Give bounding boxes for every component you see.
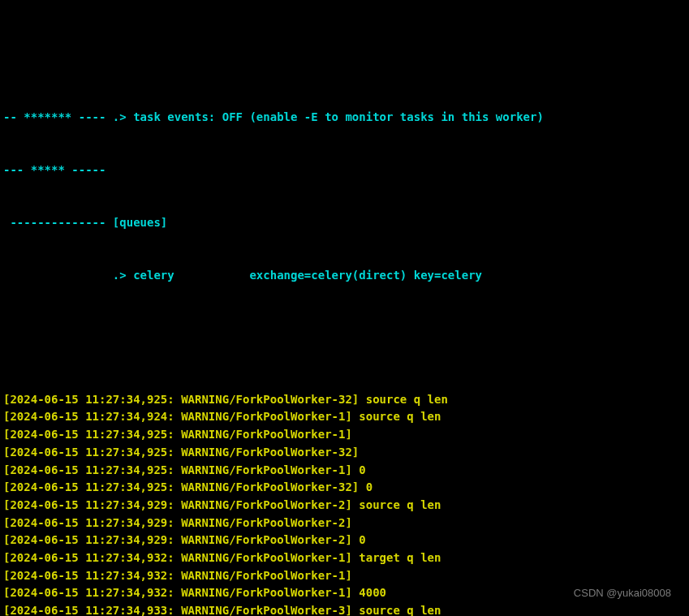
log-line: [2024-06-15 11:27:34,925: WARNING/ForkPo…	[3, 479, 686, 497]
log-line: [2024-06-15 11:27:34,925: WARNING/ForkPo…	[3, 426, 686, 444]
log-container: [2024-06-15 11:27:34,925: WARNING/ForkPo…	[3, 391, 686, 616]
celery-banner-line: --- ***** -----	[3, 162, 686, 179]
watermark: CSDN @yukai08008	[574, 585, 671, 601]
log-line: [2024-06-15 11:27:34,925: WARNING/ForkPo…	[3, 444, 686, 462]
log-line: [2024-06-15 11:27:34,932: WARNING/ForkPo…	[3, 567, 686, 585]
celery-banner-line: -- ******* ---- .> task events: OFF (ena…	[3, 109, 686, 127]
celery-banner-line: -------------- [queues]	[3, 214, 686, 232]
log-line: [2024-06-15 11:27:34,929: WARNING/ForkPo…	[3, 497, 686, 515]
log-line: [2024-06-15 11:27:34,925: WARNING/ForkPo…	[3, 462, 686, 480]
log-line: [2024-06-15 11:27:34,925: WARNING/ForkPo…	[3, 391, 686, 409]
log-line: [2024-06-15 11:27:34,929: WARNING/ForkPo…	[3, 515, 686, 532]
spacer	[3, 320, 686, 355]
log-line: [2024-06-15 11:27:34,929: WARNING/ForkPo…	[3, 532, 686, 549]
terminal-output: -- ******* ---- .> task events: OFF (ena…	[3, 74, 686, 616]
celery-banner-line: .> celery exchange=celery(direct) key=ce…	[3, 267, 686, 285]
log-line: [2024-06-15 11:27:34,933: WARNING/ForkPo…	[3, 602, 686, 616]
log-line: [2024-06-15 11:27:34,932: WARNING/ForkPo…	[3, 549, 686, 567]
log-line: [2024-06-15 11:27:34,924: WARNING/ForkPo…	[3, 408, 686, 426]
